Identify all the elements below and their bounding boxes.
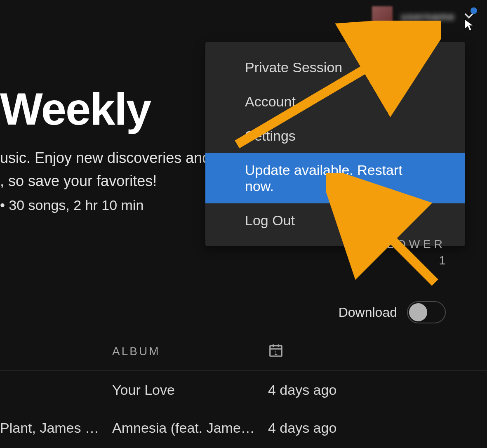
subtitle-line-1: usic. Enjoy new discoveries and [0,149,210,166]
download-label: Download [339,305,397,320]
notification-dot-icon [471,7,477,14]
track-album: Your Love [112,382,268,398]
table-row[interactable]: Plant, James … Amnesia (feat. Jame… 4 da… [0,409,487,447]
track-date: 4 days ago [268,382,487,398]
column-header-album[interactable]: ALBUM [112,345,160,358]
track-artist: Plant, James … [0,420,112,436]
page-title: Weekly [0,83,151,135]
menu-item-settings[interactable]: Settings [205,119,465,153]
menu-item-update-restart[interactable]: Update available. Restart now. [205,153,465,203]
follower-block: FOLLOWER 1 [355,238,446,267]
avatar [372,6,393,27]
column-header-date[interactable]: 1 [268,342,284,360]
svg-text:1: 1 [274,349,278,356]
user-dropdown-menu: Private Session Account Settings Update … [205,42,465,246]
download-row: Download [339,301,446,323]
cursor-icon [464,18,475,32]
track-date: 4 days ago [268,420,487,436]
user-menu-trigger[interactable]: username [372,6,475,27]
track-table-header: ALBUM 1 [0,345,487,371]
menu-item-account[interactable]: Account [205,85,465,119]
subtitle-line-2: , so save your favorites! [0,172,157,189]
table-row[interactable]: Your Love 4 days ago [0,371,487,409]
track-album: Amnesia (feat. Jame… [112,420,268,436]
calendar-icon: 1 [268,342,284,358]
page-subtitle: usic. Enjoy new discoveries and , so sav… [0,146,210,193]
follower-label: FOLLOWER [355,238,446,251]
menu-item-log-out[interactable]: Log Out [205,203,465,238]
track-table-body: Your Love 4 days ago Plant, James … Amne… [0,371,487,447]
menu-item-private-session[interactable]: Private Session [205,50,465,85]
toggle-knob [409,303,427,321]
username-label: username [401,10,455,23]
download-toggle[interactable] [407,301,446,323]
playlist-meta: • 30 songs, 2 hr 10 min [0,197,144,213]
follower-count: 1 [355,253,446,267]
